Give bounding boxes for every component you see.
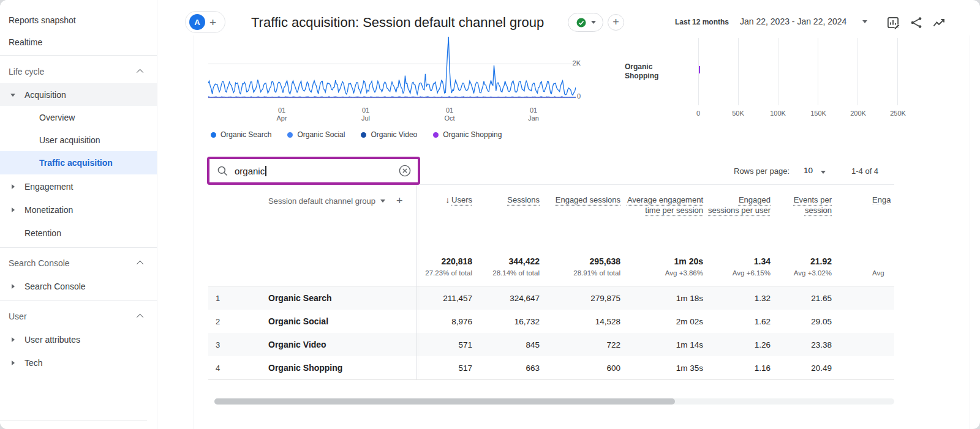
expand-arrow-icon	[12, 360, 15, 365]
horizontal-scrollbar-track	[214, 398, 894, 405]
column-label: Events per session	[794, 195, 832, 215]
legend-item-organic-social: Organic Social	[287, 130, 345, 139]
sidebar-item-overview[interactable]: Overview	[0, 106, 157, 129]
cell-avg-engagement-time: 1m 14s	[623, 340, 706, 349]
date-range-picker[interactable]: Jan 22, 2023 - Jan 22, 2024	[740, 17, 846, 26]
chevron-down-icon	[380, 200, 385, 203]
legend-item-organic-video: Organic Video	[361, 130, 417, 139]
cell-events-per-session: 20.49	[773, 364, 834, 373]
column-label: Sessions	[507, 195, 540, 204]
expand-arrow-icon	[12, 207, 15, 212]
sidebar-item-label: Monetization	[24, 205, 73, 215]
chevron-up-icon	[137, 260, 143, 267]
sidebar-item-label: User attributes	[24, 335, 80, 345]
column-header-sessions[interactable]: Sessions	[475, 195, 542, 205]
sidebar-item-user-acquisition[interactable]: User acquisition	[0, 129, 157, 151]
section-label: User	[9, 311, 27, 321]
column-header-cut-off[interactable]: Enga	[834, 195, 894, 205]
sidebar-item-monetization[interactable]: Monetization	[0, 198, 157, 221]
bar-x-tick: 0	[685, 110, 712, 117]
sidebar-item-user-attributes[interactable]: User attributes	[0, 328, 157, 351]
bar-x-tick: 200K	[845, 110, 872, 117]
dimension-header[interactable]: Session default channel group	[233, 195, 417, 207]
table-header-row: Session default channel group ↓Users Ses…	[208, 185, 894, 251]
sidebar-section-user[interactable]: User	[0, 305, 157, 327]
cell-sessions: 845	[475, 340, 542, 349]
sidebar-item-reports-snapshot[interactable]: Reports snapshot	[0, 9, 157, 31]
report-status-badge[interactable]	[568, 13, 603, 32]
rows-per-page-label: Rows per page:	[734, 166, 790, 176]
sidebar-item-acquisition[interactable]: Acquisition	[0, 83, 157, 106]
sidebar-item-label: Reports snapshot	[9, 15, 76, 25]
customize-report-button[interactable]	[886, 15, 900, 30]
sidebar-divider	[0, 300, 157, 301]
ga4-traffic-acquisition-page: Reports snapshot Realtime Life cycle Acq…	[0, 0, 980, 429]
horizontal-scrollbar-thumb[interactable]	[214, 398, 675, 405]
bar-x-tick: 50K	[725, 110, 752, 117]
table-search-input[interactable]: organic	[235, 166, 265, 176]
sidebar-section-search-console[interactable]: Search Console	[0, 252, 157, 274]
legend-dot	[211, 132, 216, 138]
chevron-down-icon[interactable]	[862, 20, 867, 23]
cell-users: 517	[417, 364, 475, 373]
totals-users: 220,81827.23% of total	[417, 256, 475, 286]
comparison-chip[interactable]: A	[185, 11, 225, 33]
channel-group-table: Session default channel group ↓Users Ses…	[208, 185, 894, 380]
x-axis-tick: 01Jan	[520, 106, 547, 122]
share-icon	[909, 15, 924, 30]
totals-engaged-sessions: 295,63828.91% of total	[542, 256, 623, 286]
rows-per-page-select[interactable]: 10	[804, 166, 813, 175]
y-axis-tick: 0	[567, 92, 581, 100]
sidebar-item-traffic-acquisition[interactable]: Traffic acquisition	[0, 151, 157, 174]
tick-day: 01	[436, 106, 463, 114]
avatar: A	[189, 14, 205, 30]
cell-engaged-sessions: 279,875	[542, 294, 623, 303]
search-icon	[217, 165, 228, 177]
column-label: Engaged sessions	[556, 195, 620, 204]
legend-dot	[287, 132, 293, 138]
collapse-arrow-icon	[10, 94, 15, 97]
users-bar-chart	[698, 38, 898, 106]
expand-arrow-icon	[12, 284, 15, 289]
legend-label: Organic Social	[297, 130, 345, 139]
annotation-search-highlight: organic	[207, 157, 420, 185]
sidebar-item-tech[interactable]: Tech	[0, 351, 157, 374]
expand-arrow-icon	[12, 184, 15, 189]
cell-engaged-per-user: 1.32	[706, 294, 773, 303]
sidebar-section-life-cycle[interactable]: Life cycle	[0, 60, 157, 83]
column-header-events-per-session[interactable]: Events per session	[773, 195, 834, 215]
series-organic-search	[208, 37, 576, 95]
insights-button[interactable]	[932, 15, 946, 30]
bar-organic-shopping	[699, 66, 700, 73]
cell-avg-engagement-time: 2m 02s	[623, 317, 706, 326]
report-card-left-edge	[194, 35, 194, 429]
cell-avg-engagement-time: 1m 18s	[623, 294, 706, 303]
sort-descending-icon: ↓	[446, 195, 450, 205]
tick-day: 01	[520, 106, 547, 114]
sidebar-item-realtime[interactable]: Realtime	[0, 31, 157, 53]
add-report-button[interactable]	[608, 14, 624, 31]
tick-month: Apr	[268, 114, 295, 122]
cell-engaged-per-user: 1.16	[706, 364, 773, 373]
column-label: Engaged sessions per user	[708, 195, 771, 215]
column-header-users[interactable]: ↓Users	[417, 195, 475, 205]
chevron-down-icon	[591, 21, 596, 24]
column-header-engaged-sessions[interactable]: Engaged sessions	[542, 195, 623, 205]
tick-day: 01	[268, 106, 295, 114]
cell-events-per-session: 21.65	[773, 294, 834, 303]
column-header-avg-engagement-time[interactable]: Average engagement time per session	[623, 195, 706, 215]
add-dimension-button[interactable]	[396, 195, 403, 207]
cell-sessions: 663	[475, 364, 542, 373]
sidebar-item-engagement[interactable]: Engagement	[0, 175, 157, 198]
add-comparison-icon[interactable]	[209, 17, 216, 28]
column-header-engaged-sessions-per-user[interactable]: Engaged sessions per user	[706, 195, 773, 215]
chevron-down-icon[interactable]	[821, 171, 826, 174]
sidebar-item-search-console[interactable]: Search Console	[0, 275, 157, 297]
tick-month: Jan	[520, 114, 547, 122]
clear-search-button[interactable]	[398, 164, 412, 177]
sidebar-item-retention[interactable]: Retention	[0, 222, 157, 244]
bar-x-tick: 150K	[805, 110, 832, 117]
share-report-button[interactable]	[909, 15, 924, 30]
section-label: Life cycle	[9, 67, 44, 76]
table-row: 4 Organic Shopping 517 663 600 1m 35s 1.…	[208, 356, 894, 379]
